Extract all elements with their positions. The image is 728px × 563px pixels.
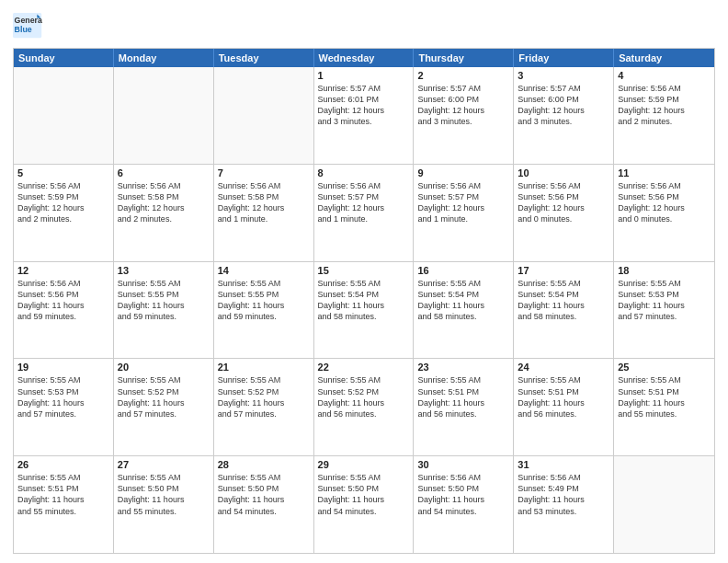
- calendar-day-26: 26Sunrise: 5:55 AMSunset: 5:51 PMDayligh…: [14, 456, 114, 553]
- calendar-day-6: 6Sunrise: 5:56 AMSunset: 5:58 PMDaylight…: [114, 165, 214, 261]
- calendar-day-25: 25Sunrise: 5:55 AMSunset: 5:51 PMDayligh…: [614, 359, 714, 455]
- calendar-header: SundayMondayTuesdayWednesdayThursdayFrid…: [14, 49, 714, 67]
- calendar-day-empty: [14, 67, 114, 164]
- calendar-day-2: 2Sunrise: 5:57 AMSunset: 6:00 PMDaylight…: [414, 67, 514, 164]
- day-number-28: 28: [218, 459, 310, 470]
- calendar-day-empty: [114, 67, 214, 164]
- calendar-day-30: 30Sunrise: 5:56 AMSunset: 5:50 PMDayligh…: [414, 456, 514, 553]
- day-info-5: Sunrise: 5:56 AMSunset: 5:59 PMDaylight:…: [17, 180, 109, 225]
- day-info-4: Sunrise: 5:56 AMSunset: 5:59 PMDaylight:…: [618, 83, 711, 128]
- day-info-26: Sunrise: 5:55 AMSunset: 5:51 PMDaylight:…: [17, 472, 109, 517]
- calendar-day-31: 31Sunrise: 5:56 AMSunset: 5:49 PMDayligh…: [514, 456, 614, 553]
- day-info-21: Sunrise: 5:55 AMSunset: 5:52 PMDaylight:…: [218, 374, 310, 419]
- day-info-11: Sunrise: 5:56 AMSunset: 5:56 PMDaylight:…: [618, 180, 711, 225]
- day-info-16: Sunrise: 5:55 AMSunset: 5:54 PMDaylight:…: [417, 278, 509, 323]
- calendar-week-1: 1Sunrise: 5:57 AMSunset: 6:01 PMDaylight…: [14, 67, 714, 164]
- day-info-22: Sunrise: 5:55 AMSunset: 5:52 PMDaylight:…: [318, 374, 410, 419]
- day-info-23: Sunrise: 5:55 AMSunset: 5:51 PMDaylight:…: [417, 374, 509, 419]
- day-number-21: 21: [218, 362, 310, 373]
- header-day-wednesday: Wednesday: [314, 49, 415, 67]
- day-info-6: Sunrise: 5:56 AMSunset: 5:58 PMDaylight:…: [118, 180, 210, 225]
- day-number-6: 6: [118, 167, 210, 178]
- day-info-27: Sunrise: 5:55 AMSunset: 5:50 PMDaylight:…: [118, 472, 210, 517]
- calendar-week-3: 12Sunrise: 5:56 AMSunset: 5:56 PMDayligh…: [14, 261, 714, 359]
- day-number-29: 29: [318, 459, 410, 470]
- calendar-day-3: 3Sunrise: 5:57 AMSunset: 6:00 PMDaylight…: [514, 67, 614, 164]
- calendar-day-14: 14Sunrise: 5:55 AMSunset: 5:55 PMDayligh…: [214, 262, 314, 359]
- day-info-28: Sunrise: 5:55 AMSunset: 5:50 PMDaylight:…: [218, 472, 310, 517]
- calendar-day-empty: [614, 456, 714, 553]
- day-info-25: Sunrise: 5:55 AMSunset: 5:51 PMDaylight:…: [618, 374, 711, 419]
- day-number-9: 9: [417, 167, 509, 178]
- calendar-day-8: 8Sunrise: 5:56 AMSunset: 5:57 PMDaylight…: [314, 165, 415, 261]
- calendar-day-15: 15Sunrise: 5:55 AMSunset: 5:54 PMDayligh…: [314, 262, 415, 359]
- day-number-3: 3: [518, 70, 609, 81]
- calendar-day-19: 19Sunrise: 5:55 AMSunset: 5:53 PMDayligh…: [14, 359, 114, 455]
- day-info-19: Sunrise: 5:55 AMSunset: 5:53 PMDaylight:…: [17, 374, 109, 419]
- day-info-24: Sunrise: 5:55 AMSunset: 5:51 PMDaylight:…: [518, 374, 609, 419]
- logo-svg: General Blue: [13, 9, 42, 42]
- day-number-23: 23: [417, 362, 509, 373]
- logo: General Blue: [13, 9, 42, 42]
- day-number-24: 24: [518, 362, 609, 373]
- day-info-15: Sunrise: 5:55 AMSunset: 5:54 PMDaylight:…: [318, 278, 410, 323]
- day-number-30: 30: [417, 459, 509, 470]
- header-day-tuesday: Tuesday: [214, 49, 314, 67]
- calendar-day-20: 20Sunrise: 5:55 AMSunset: 5:52 PMDayligh…: [114, 359, 214, 455]
- day-number-25: 25: [618, 362, 711, 373]
- calendar-day-9: 9Sunrise: 5:56 AMSunset: 5:57 PMDaylight…: [414, 165, 514, 261]
- calendar-day-29: 29Sunrise: 5:55 AMSunset: 5:50 PMDayligh…: [314, 456, 415, 553]
- day-info-13: Sunrise: 5:55 AMSunset: 5:55 PMDaylight:…: [118, 278, 210, 323]
- day-info-9: Sunrise: 5:56 AMSunset: 5:57 PMDaylight:…: [417, 180, 509, 225]
- day-info-14: Sunrise: 5:55 AMSunset: 5:55 PMDaylight:…: [218, 278, 310, 323]
- day-info-3: Sunrise: 5:57 AMSunset: 6:00 PMDaylight:…: [518, 83, 609, 128]
- calendar-day-17: 17Sunrise: 5:55 AMSunset: 5:54 PMDayligh…: [514, 262, 614, 359]
- day-number-11: 11: [618, 167, 711, 178]
- day-info-29: Sunrise: 5:55 AMSunset: 5:50 PMDaylight:…: [318, 472, 410, 517]
- day-info-30: Sunrise: 5:56 AMSunset: 5:50 PMDaylight:…: [417, 472, 509, 517]
- svg-text:Blue: Blue: [15, 25, 32, 34]
- calendar-day-12: 12Sunrise: 5:56 AMSunset: 5:56 PMDayligh…: [14, 262, 114, 359]
- header-day-friday: Friday: [514, 49, 614, 67]
- calendar-day-16: 16Sunrise: 5:55 AMSunset: 5:54 PMDayligh…: [414, 262, 514, 359]
- day-number-27: 27: [118, 459, 210, 470]
- day-number-12: 12: [17, 265, 109, 276]
- calendar-day-10: 10Sunrise: 5:56 AMSunset: 5:56 PMDayligh…: [514, 165, 614, 261]
- day-number-8: 8: [318, 167, 410, 178]
- day-info-31: Sunrise: 5:56 AMSunset: 5:49 PMDaylight:…: [518, 472, 609, 517]
- day-info-2: Sunrise: 5:57 AMSunset: 6:00 PMDaylight:…: [417, 83, 509, 128]
- day-number-14: 14: [218, 265, 310, 276]
- calendar-day-27: 27Sunrise: 5:55 AMSunset: 5:50 PMDayligh…: [114, 456, 214, 553]
- calendar-day-7: 7Sunrise: 5:56 AMSunset: 5:58 PMDaylight…: [214, 165, 314, 261]
- calendar-day-13: 13Sunrise: 5:55 AMSunset: 5:55 PMDayligh…: [114, 262, 214, 359]
- calendar-day-23: 23Sunrise: 5:55 AMSunset: 5:51 PMDayligh…: [414, 359, 514, 455]
- day-number-15: 15: [318, 265, 410, 276]
- calendar-day-22: 22Sunrise: 5:55 AMSunset: 5:52 PMDayligh…: [314, 359, 415, 455]
- header-day-sunday: Sunday: [14, 49, 114, 67]
- calendar-week-2: 5Sunrise: 5:56 AMSunset: 5:59 PMDaylight…: [14, 164, 714, 261]
- day-number-10: 10: [518, 167, 609, 178]
- day-number-22: 22: [318, 362, 410, 373]
- calendar-week-4: 19Sunrise: 5:55 AMSunset: 5:53 PMDayligh…: [14, 358, 714, 455]
- day-number-31: 31: [518, 459, 609, 470]
- calendar-day-4: 4Sunrise: 5:56 AMSunset: 5:59 PMDaylight…: [614, 67, 714, 164]
- day-info-18: Sunrise: 5:55 AMSunset: 5:53 PMDaylight:…: [618, 278, 711, 323]
- day-number-19: 19: [17, 362, 109, 373]
- day-number-4: 4: [618, 70, 711, 81]
- calendar-week-5: 26Sunrise: 5:55 AMSunset: 5:51 PMDayligh…: [14, 455, 714, 553]
- calendar-day-28: 28Sunrise: 5:55 AMSunset: 5:50 PMDayligh…: [214, 456, 314, 553]
- day-number-18: 18: [618, 265, 711, 276]
- day-number-26: 26: [17, 459, 109, 470]
- day-number-1: 1: [318, 70, 410, 81]
- day-number-16: 16: [417, 265, 509, 276]
- header-day-monday: Monday: [114, 49, 214, 67]
- day-info-7: Sunrise: 5:56 AMSunset: 5:58 PMDaylight:…: [218, 180, 310, 225]
- day-info-10: Sunrise: 5:56 AMSunset: 5:56 PMDaylight:…: [518, 180, 609, 225]
- calendar-day-24: 24Sunrise: 5:55 AMSunset: 5:51 PMDayligh…: [514, 359, 614, 455]
- header-day-thursday: Thursday: [414, 49, 514, 67]
- day-info-20: Sunrise: 5:55 AMSunset: 5:52 PMDaylight:…: [118, 374, 210, 419]
- header-day-saturday: Saturday: [614, 49, 714, 67]
- day-number-5: 5: [17, 167, 109, 178]
- day-number-2: 2: [417, 70, 509, 81]
- calendar-day-21: 21Sunrise: 5:55 AMSunset: 5:52 PMDayligh…: [214, 359, 314, 455]
